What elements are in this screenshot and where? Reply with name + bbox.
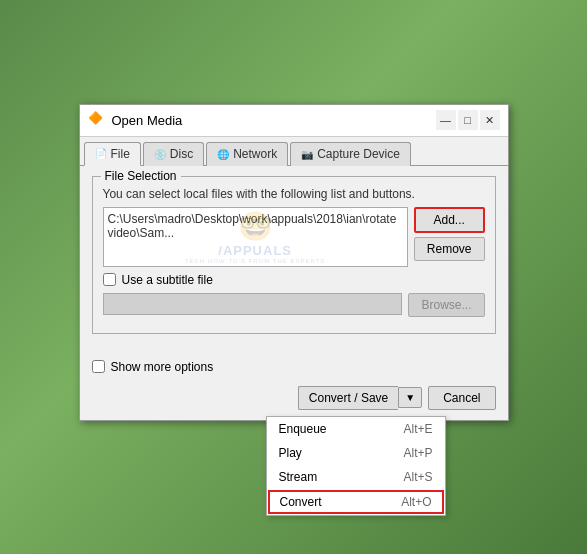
subtitle-checkbox-row: Use a subtitle file (103, 273, 485, 287)
cancel-button[interactable]: Cancel (428, 386, 495, 410)
dialog-content: File Selection You can select local file… (80, 166, 508, 354)
dropdown-item-stream[interactable]: Stream Alt+S (267, 465, 445, 489)
group-box-title: File Selection (101, 169, 181, 183)
subtitle-checkbox[interactable] (103, 273, 116, 286)
show-more-checkbox[interactable] (92, 360, 105, 373)
show-more-label: Show more options (111, 360, 214, 374)
convert-save-split-button: Convert / Save ▼ (298, 386, 422, 410)
dropdown-item-play[interactable]: Play Alt+P (267, 441, 445, 465)
file-path-box[interactable]: C:\Users\madro\Desktop\work\appuals\2018… (103, 207, 408, 267)
subtitle-input-row: Browse... (103, 293, 485, 317)
tab-disc[interactable]: 💿 Disc (143, 142, 204, 166)
open-media-dialog: 🔶 Open Media — □ ✕ 📄 File 💿 Disc 🌐 Netwo… (79, 104, 509, 421)
convert-save-button[interactable]: Convert / Save (298, 386, 398, 410)
convert-save-dropdown-arrow[interactable]: ▼ (398, 387, 422, 408)
convert-shortcut: Alt+O (401, 495, 431, 509)
bottom-buttons: Convert / Save ▼ Cancel Enqueue Alt+E Pl… (92, 386, 496, 410)
tab-bar: 📄 File 💿 Disc 🌐 Network 📷 Capture Device (80, 137, 508, 166)
tab-file[interactable]: 📄 File (84, 142, 141, 166)
dropdown-item-convert[interactable]: Convert Alt+O (268, 490, 444, 514)
maximize-button[interactable]: □ (458, 110, 478, 130)
tab-capture-label: Capture Device (317, 147, 400, 161)
bottom-section: Show more options Convert / Save ▼ Cance… (80, 354, 508, 420)
stream-shortcut: Alt+S (403, 470, 432, 484)
remove-button[interactable]: Remove (414, 237, 485, 261)
file-tab-icon: 📄 (95, 148, 107, 159)
tab-disc-label: Disc (170, 147, 193, 161)
subtitle-checkbox-label: Use a subtitle file (122, 273, 213, 287)
file-path-text: C:\Users\madro\Desktop\work\appuals\2018… (108, 212, 403, 240)
play-label: Play (279, 446, 302, 460)
enqueue-label: Enqueue (279, 422, 327, 436)
description-text: You can select local files with the foll… (103, 187, 485, 201)
capture-tab-icon: 📷 (301, 149, 313, 160)
file-selection-group: File Selection You can select local file… (92, 176, 496, 334)
file-box-container: C:\Users\madro\Desktop\work\appuals\2018… (103, 207, 408, 267)
dropdown-item-enqueue[interactable]: Enqueue Alt+E (267, 417, 445, 441)
file-input-row: C:\Users\madro\Desktop\work\appuals\2018… (103, 207, 485, 267)
enqueue-shortcut: Alt+E (403, 422, 432, 436)
minimize-button[interactable]: — (436, 110, 456, 130)
close-button[interactable]: ✕ (480, 110, 500, 130)
tab-network[interactable]: 🌐 Network (206, 142, 288, 166)
subtitle-input-field[interactable] (103, 293, 403, 315)
tab-file-label: File (111, 147, 130, 161)
disc-tab-icon: 💿 (154, 149, 166, 160)
play-shortcut: Alt+P (403, 446, 432, 460)
add-button[interactable]: Add... (414, 207, 485, 233)
network-tab-icon: 🌐 (217, 149, 229, 160)
title-bar-left: 🔶 Open Media (88, 111, 183, 129)
file-action-buttons: Add... Remove (414, 207, 485, 267)
vlc-icon: 🔶 (88, 111, 106, 129)
title-bar: 🔶 Open Media — □ ✕ (80, 105, 508, 137)
tab-capture[interactable]: 📷 Capture Device (290, 142, 411, 166)
browse-button[interactable]: Browse... (408, 293, 484, 317)
dropdown-menu: Enqueue Alt+E Play Alt+P Stream Alt+S Co… (266, 416, 446, 516)
stream-label: Stream (279, 470, 318, 484)
title-bar-controls: — □ ✕ (436, 110, 500, 130)
tab-network-label: Network (233, 147, 277, 161)
dialog-title: Open Media (112, 113, 183, 128)
show-more-row: Show more options (92, 360, 496, 374)
convert-label: Convert (280, 495, 322, 509)
